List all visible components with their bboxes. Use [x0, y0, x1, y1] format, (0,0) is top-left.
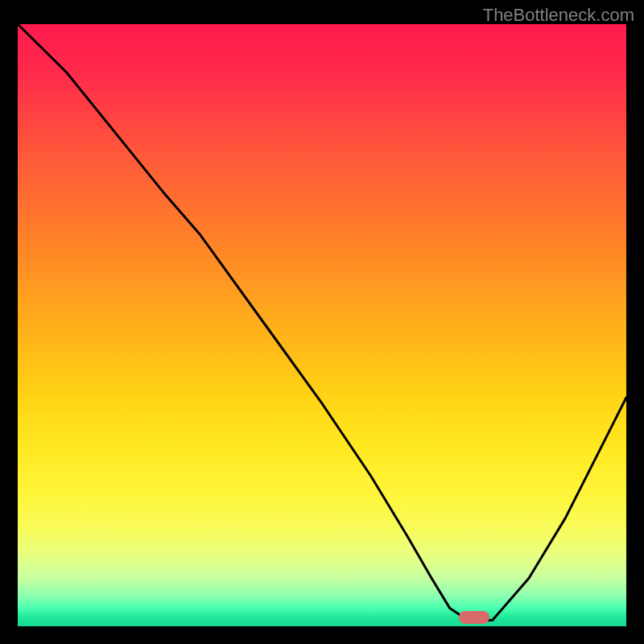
chart-curve-svg [18, 24, 626, 626]
optimal-marker [459, 611, 489, 624]
watermark-text: TheBottleneck.com [483, 5, 634, 26]
bottleneck-curve [18, 24, 626, 621]
chart-plot-area [18, 24, 626, 626]
